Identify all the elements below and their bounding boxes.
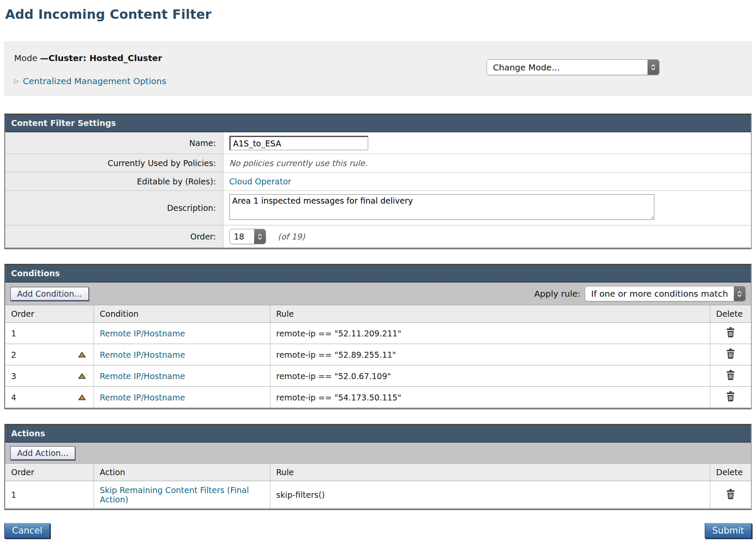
page-title: Add Incoming Content Filter [5, 7, 752, 22]
action-rule: skip-filters() [270, 481, 710, 509]
name-row: Name: [5, 132, 751, 154]
column-header-delete: Delete [710, 464, 751, 481]
condition-link[interactable]: Remote IP/Hostname [100, 371, 185, 381]
description-label: Description: [5, 191, 223, 225]
order-selected-value: 18 [230, 230, 254, 243]
centralized-management-options-row: ▷ Centralized Management Options [14, 76, 742, 86]
trash-icon [726, 489, 735, 499]
conditions-panel: Conditions Add Condition... Apply rule: … [4, 264, 752, 409]
column-header-order: Order [5, 305, 94, 323]
actions-panel: Actions Add Action... Order Action Rule … [4, 424, 752, 510]
action-link[interactable]: Skip Remaining Content Filters (Final Ac… [100, 485, 249, 504]
actions-table-header-row: Order Action Rule Delete [5, 464, 751, 481]
condition-rule: remote-ip == "52.0.67.109" [270, 365, 710, 387]
delete-action-button[interactable] [726, 489, 735, 499]
actions-toolbar: Add Action... [5, 443, 751, 464]
select-stepper-icon [254, 229, 266, 244]
column-header-rule: Rule [270, 464, 710, 481]
condition-order: 3 [11, 371, 16, 381]
arrow-up-icon [78, 373, 86, 379]
conditions-toolbar: Add Condition... Apply rule: If one or m… [5, 283, 751, 305]
change-mode-selected-value: Change Mode... [487, 60, 648, 75]
disclosure-triangle-icon[interactable]: ▷ [14, 77, 19, 85]
trash-icon [726, 370, 735, 380]
mode-label: Mode [14, 53, 38, 63]
order-row: Order: 18 (of 19) [5, 225, 751, 248]
add-action-button[interactable]: Add Action... [10, 446, 75, 460]
condition-rule: remote-ip == "52.11.209.211" [270, 323, 710, 344]
description-row: Description: Area 1 inspected messages f… [5, 191, 751, 225]
condition-link[interactable]: Remote IP/Hostname [100, 393, 185, 402]
select-stepper-icon [648, 60, 659, 75]
condition-order: 1 [11, 329, 16, 338]
order-of-note: (of 19) [278, 232, 305, 241]
condition-order: 4 [11, 393, 16, 402]
roles-row: Editable by (Roles): Cloud Operator [5, 172, 751, 191]
cloud-operator-link[interactable]: Cloud Operator [229, 177, 291, 186]
footer-button-bar: Cancel Submit [4, 523, 752, 538]
trash-icon [726, 391, 735, 402]
condition-row: 2 Remote IP/Hostname remote-ip == "52.89… [5, 344, 751, 365]
description-textarea[interactable]: Area 1 inspected messages for final deli… [229, 194, 654, 220]
settings-table: Name: Currently Used by Policies: No pol… [5, 132, 751, 248]
condition-rule: remote-ip == "54.173.50.115" [270, 387, 710, 408]
move-up-button[interactable] [78, 394, 86, 400]
apply-rule-group: Apply rule: If one or more conditions ma… [534, 286, 746, 301]
arrow-up-icon [78, 352, 86, 358]
condition-row: 4 Remote IP/Hostname remote-ip == "54.17… [5, 387, 751, 408]
action-order: 1 [11, 490, 16, 499]
condition-link[interactable]: Remote IP/Hostname [100, 329, 185, 338]
order-label: Order: [5, 225, 223, 248]
name-input[interactable] [229, 136, 368, 150]
policies-value: No policies currently use this rule. [229, 158, 368, 168]
submit-button[interactable]: Submit [705, 523, 752, 538]
trash-icon [726, 327, 735, 338]
mode-value: —Cluster: Hosted_Cluster [40, 53, 162, 63]
apply-rule-select[interactable]: If one or more conditions match [585, 286, 746, 301]
delete-condition-button[interactable] [726, 370, 735, 380]
delete-condition-button[interactable] [726, 348, 735, 359]
column-header-condition: Condition [94, 305, 270, 323]
cancel-button[interactable]: Cancel [4, 523, 50, 538]
condition-link[interactable]: Remote IP/Hostname [100, 350, 185, 359]
roles-label: Editable by (Roles): [5, 172, 223, 191]
arrow-up-icon [78, 394, 86, 400]
mode-panel: Mode —Cluster: Hosted_Cluster Change Mod… [4, 41, 752, 96]
column-header-rule: Rule [270, 305, 710, 323]
content-filter-settings-header: Content Filter Settings [5, 115, 751, 132]
select-stepper-icon [734, 286, 745, 301]
action-row: 1 Skip Remaining Content Filters (Final … [5, 481, 751, 509]
condition-row: 3 Remote IP/Hostname remote-ip == "52.0.… [5, 365, 751, 387]
actions-header: Actions [5, 425, 751, 443]
condition-rule: remote-ip == "52.89.255.11" [270, 344, 710, 365]
column-header-action: Action [94, 464, 270, 481]
conditions-table-header-row: Order Condition Rule Delete [5, 305, 751, 323]
policies-row: Currently Used by Policies: No policies … [5, 154, 751, 172]
conditions-header: Conditions [5, 265, 751, 283]
actions-table: Order Action Rule Delete 1 Skip Remainin… [5, 464, 751, 508]
column-header-order: Order [5, 464, 94, 481]
page: Add Incoming Content Filter Mode —Cluste… [0, 0, 756, 544]
delete-condition-button[interactable] [726, 391, 735, 402]
content-filter-settings-panel: Content Filter Settings Name: Currently … [4, 114, 752, 249]
move-up-button[interactable] [78, 352, 86, 358]
centralized-management-options-link[interactable]: Centralized Management Options [23, 76, 167, 86]
conditions-table: Order Condition Rule Delete 1 Remote IP/… [5, 305, 751, 408]
change-mode-select[interactable]: Change Mode... [486, 59, 659, 75]
policies-label: Currently Used by Policies: [5, 154, 223, 172]
delete-condition-button[interactable] [726, 327, 735, 338]
name-label: Name: [5, 132, 223, 154]
condition-order: 2 [11, 350, 16, 359]
order-select[interactable]: 18 [229, 229, 266, 244]
apply-rule-label: Apply rule: [534, 289, 580, 299]
condition-row: 1 Remote IP/Hostname remote-ip == "52.11… [5, 323, 751, 344]
apply-rule-selected-value: If one or more conditions match [585, 286, 734, 301]
add-condition-button[interactable]: Add Condition... [10, 287, 89, 301]
trash-icon [726, 348, 735, 359]
move-up-button[interactable] [78, 373, 86, 379]
column-header-delete: Delete [710, 305, 751, 323]
